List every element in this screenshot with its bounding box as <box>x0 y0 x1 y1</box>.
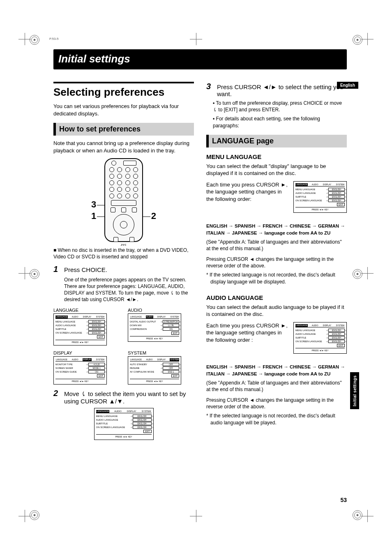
osd-system-preview: LANGUAGEAUDIODISPLAYSYSTEM AUTO STANDBYO… <box>128 356 181 385</box>
menu-lang-block: LANGUAGEAUDIODISPLAYSYSTEM MENU LANGUAGE… <box>206 181 347 216</box>
step-1: 1 Press CHOICE. <box>53 265 194 274</box>
registration-mark-icon <box>30 510 39 520</box>
left-column: Selecting preferences You can set variou… <box>53 82 194 443</box>
subsection-bar: LANGUAGE page <box>206 135 347 147</box>
page-number: 53 <box>340 497 347 503</box>
registration-mark-icon <box>353 35 362 45</box>
step-bullet: To turn off the preference display, pres… <box>213 100 347 113</box>
chapter-header: Initial settings <box>53 49 347 69</box>
language-sequence: ENGLISHSPANISHFRENCHCHINESEGERMANITALIAN… <box>206 364 347 377</box>
condition-bullet: When no disc is inserted in the tray, or… <box>53 247 194 260</box>
crop-mark-icon <box>361 510 374 522</box>
language-sequence: ENGLISHSPANISHFRENCHCHINESEGERMANITALIAN… <box>206 223 347 236</box>
registration-mark-icon <box>30 35 39 45</box>
crop-mark-icon <box>361 33 374 45</box>
step-number: 2 <box>53 389 61 398</box>
step-number: 1 <box>53 265 61 274</box>
osd-language-large: LANGUAGEAUDIODISPLAYSYSTEM MENU LANGUAGE… <box>94 408 154 440</box>
h2-menu-language: MENU LANGUAGE <box>206 153 347 160</box>
crop-mark-icon <box>18 33 31 45</box>
osd-audio-language: LANGUAGEAUDIODISPLAYSYSTEM MENU LANGUAGE… <box>293 322 347 354</box>
asterisk-note: * If the selected language is not record… <box>206 272 347 285</box>
registration-mark-icon <box>353 510 362 520</box>
osd-language-preview: LANGUAGEAUDIODISPLAYSYSTEM MENU LANGUAGE… <box>53 313 107 345</box>
osd-caption: SYSTEM <box>128 350 194 355</box>
right-column: English 3 Press CURSOR ◄/► to select the… <box>206 82 347 443</box>
osd-menu-language: LANGUAGEAUDIODISPLAYSYSTEM MENU LANGUAGE… <box>293 181 347 213</box>
remote-illustration: 3 1 2 <box>97 158 150 242</box>
subsection-note: Note that you cannot bring up a preferen… <box>53 140 194 154</box>
crop-mark-icon <box>190 510 202 522</box>
osd-display-preview: LANGUAGEAUDIODISPLAYSYSTEM MONITOR TYPE4… <box>53 356 107 385</box>
intro-text: You can set various preferences for play… <box>53 103 194 117</box>
step-bullet: For details about each setting, see the … <box>213 115 347 129</box>
asterisk-note: * If the selected language is not record… <box>206 412 347 426</box>
manual-page: P.53-5 Initial settings Selecting prefer… <box>0 0 392 555</box>
appendix-note: (See "Appendix A: Table of languages and… <box>206 380 347 393</box>
registration-mark-icon <box>353 269 362 279</box>
two-column-layout: Selecting preferences You can set variou… <box>53 82 347 443</box>
osd-caption: LANGUAGE <box>53 308 120 313</box>
osd-audio-preview: LANGUAGEAUDIODISPLAYSYSTEM DIGITAL AUDIO… <box>128 313 181 342</box>
audio-lang-block: LANGUAGEAUDIODISPLAYSYSTEM MENU LANGUAGE… <box>206 322 347 357</box>
body-text: You can select the default "display" lan… <box>206 163 347 177</box>
remote-body-icon: JVC <box>104 158 143 242</box>
crop-mark-icon <box>18 510 31 522</box>
step-number: 3 <box>206 82 214 91</box>
osd-caption: AUDIO <box>128 308 194 313</box>
step-text: Move ⤹ to select the item you want to se… <box>64 390 194 405</box>
crop-mark-icon <box>190 33 202 45</box>
content-area: P.53-5 Initial settings Selecting prefer… <box>53 49 347 502</box>
osd-preview-row-1: LANGUAGE LANGUAGEAUDIODISPLAYSYSTEM MENU… <box>53 305 194 345</box>
step-text: Press CURSOR ◄/► to select the setting y… <box>217 83 347 97</box>
h2-audio-language: AUDIO LANGUAGE <box>206 294 347 301</box>
crop-mark-icon <box>18 267 31 279</box>
callout-number: 3 <box>91 199 96 210</box>
crop-mark-icon <box>361 267 374 279</box>
registration-mark-icon <box>30 269 39 279</box>
subsection-bar: How to set preferences <box>53 123 194 136</box>
language-badge: English <box>337 82 358 89</box>
step-2: 2 Move ⤹ to select the item you want to … <box>53 389 194 405</box>
appendix-note: (See "Appendix A: Table of languages and… <box>206 239 347 252</box>
reverse-note: Pressing CURSOR ◄ changes the language s… <box>206 397 347 410</box>
callout-number: 2 <box>151 211 156 221</box>
step-3: 3 Press CURSOR ◄/► to select the setting… <box>206 82 347 97</box>
body-text: You can select the default audio languag… <box>206 304 347 318</box>
osd-caption: DISPLAY <box>53 350 120 355</box>
callout-number: 1 <box>91 211 96 221</box>
osd-preview-row-2: DISPLAY LANGUAGEAUDIODISPLAYSYSTEM MONIT… <box>53 348 194 385</box>
remote-logo: JVC <box>105 244 142 246</box>
step-subtext: One of the preference pages appears on t… <box>64 276 194 303</box>
source-page-ref: P.53-5 <box>49 37 59 41</box>
reverse-note: Pressing CURSOR ◄ changes the language s… <box>206 256 347 269</box>
section-title: Selecting preferences <box>53 82 194 99</box>
step-text: Press CHOICE. <box>64 266 194 273</box>
side-tab: Initial settings <box>350 372 359 409</box>
